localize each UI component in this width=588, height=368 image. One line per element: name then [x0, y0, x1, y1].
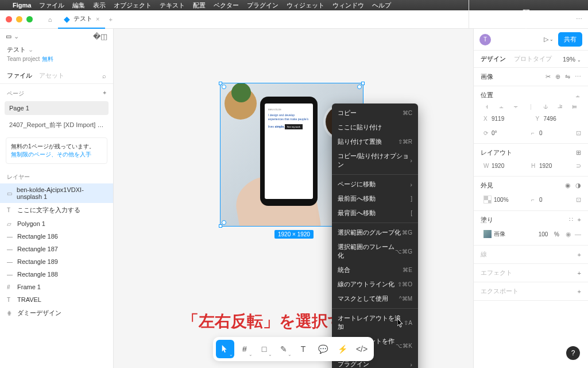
panel-toggle-icon[interactable]: �◫	[93, 32, 107, 41]
menu-edit[interactable]: 編集	[72, 1, 85, 10]
ctx-outline-stroke[interactable]: 線のアウトライン化⇧⌘O	[332, 277, 418, 292]
ctx-frame[interactable]: 選択範囲のフレーム化⌥⌘G	[332, 240, 418, 263]
blend-icon[interactable]: ◑	[575, 182, 581, 189]
corner-field[interactable]: ⌐0	[528, 128, 572, 139]
corner-options-icon[interactable]: ⊡	[576, 129, 581, 137]
layer-item[interactable]: ⋕ダミーデザイン	[0, 306, 113, 320]
menu-window[interactable]: ウィンドウ	[332, 1, 364, 10]
tab-asset[interactable]: アセット	[39, 71, 64, 80]
present-button[interactable]: ▷ ⌄	[544, 36, 554, 43]
add-fill-button[interactable]: +	[578, 216, 581, 224]
panel-menu-icon[interactable]: ▭	[6, 33, 11, 40]
project-name[interactable]: テスト	[7, 45, 26, 54]
align-options-icon[interactable]: ⫠	[575, 92, 581, 99]
ctx-flatten[interactable]: 統合⌘E	[332, 263, 418, 277]
menu-file[interactable]: ファイル	[39, 1, 64, 10]
menu-arrange[interactable]: 配置	[193, 1, 206, 10]
layer-item[interactable]: ▱Polygon 1	[0, 217, 113, 230]
target-icon[interactable]: ⊕	[555, 73, 560, 80]
new-tab-button[interactable]: +	[109, 16, 112, 23]
page-item[interactable]: Page 1	[5, 101, 109, 115]
avatar[interactable]: T	[479, 34, 491, 45]
x-field[interactable]: X9119	[481, 113, 529, 124]
traffic-lights[interactable]	[6, 16, 33, 22]
remove-fill-button[interactable]: —	[575, 231, 581, 237]
ctx-group[interactable]: 選択範囲のグループ化⌘G	[332, 225, 418, 240]
ctx-bring-front[interactable]: 最前面へ移動]	[332, 191, 418, 206]
chevron-down-icon[interactable]: ⌄	[14, 33, 19, 40]
dev-mode-toggle[interactable]: </>	[353, 340, 371, 358]
flip-icon[interactable]: ⇋	[565, 73, 570, 80]
ctx-copy[interactable]: コピー⌘C	[332, 106, 418, 120]
pen-tool[interactable]: ✎⌄	[274, 340, 293, 358]
canvas[interactable]: BEN KOLDEI design and develop experience…	[114, 29, 473, 368]
width-field[interactable]: W1920	[481, 160, 525, 171]
ctx-add-autolayout[interactable]: オートレイアウトを追加⇧A	[332, 311, 418, 334]
menu-object[interactable]: オブジェクト	[114, 1, 152, 10]
ctx-send-back[interactable]: 最背面へ移動[	[332, 206, 418, 220]
tab-prototype[interactable]: プロトタイプ	[514, 55, 552, 63]
home-tab[interactable]: ⌂	[42, 12, 58, 28]
add-page-button[interactable]: +	[103, 90, 106, 98]
fill-opacity[interactable]: 100 %	[536, 229, 562, 240]
opacity-field[interactable]: 100%	[481, 193, 525, 206]
frame-tool[interactable]: #⌄	[235, 340, 254, 358]
layer-item[interactable]: ▭ben-kolde-Ajcipx1VDXI-unsplash 1	[0, 183, 113, 203]
menu-plugin[interactable]: プラグイン	[247, 1, 278, 10]
move-tool[interactable]: ⌄	[216, 340, 234, 358]
menu-vector[interactable]: ベクター	[214, 1, 239, 10]
y-field[interactable]: Y7496	[533, 113, 582, 124]
menu-widget[interactable]: ウィジェット	[287, 1, 324, 10]
bluetooth-icon[interactable]: ⚭	[524, 0, 529, 3]
shape-tool[interactable]: □⌄	[255, 340, 273, 358]
page-item[interactable]: 2407_Report_前半 [XD Import] (30-Ju...	[5, 117, 109, 133]
search-icon[interactable]: ⌕	[102, 72, 106, 79]
layer-item[interactable]: —Rectangle 187	[0, 243, 113, 255]
tab-design[interactable]: デザイン	[481, 55, 506, 63]
wifi-icon[interactable]: ⏚	[524, 22, 528, 29]
corner-options-icon[interactable]: ⊡	[576, 196, 581, 204]
upgrade-link[interactable]: 無制限のページ、その他を入手	[11, 151, 91, 158]
actions-tool[interactable]: ⚡	[333, 340, 351, 358]
constrain-icon[interactable]: ⊃	[576, 162, 581, 170]
layer-item[interactable]: —Rectangle 189	[0, 255, 113, 268]
ctx-use-as-mask[interactable]: マスクとして使用^⌘M	[332, 292, 418, 306]
ctx-paste-replace[interactable]: 貼り付けて置換⇧⌘R	[332, 135, 418, 149]
height-field[interactable]: H1920	[528, 160, 572, 171]
rotation-field[interactable]: ⟳0°	[481, 128, 525, 139]
layer-item[interactable]: Tここに文字を入力する	[0, 203, 113, 217]
autolayout-icon[interactable]: ⊞	[576, 149, 581, 156]
battery-icon[interactable]: ⌧	[523, 9, 530, 16]
ctx-paste-here[interactable]: ここに貼り付け	[332, 120, 418, 135]
layer-item[interactable]: TTRAVEL	[0, 293, 113, 306]
close-icon[interactable]: ×	[96, 16, 99, 22]
chevron-down-icon[interactable]: ⌄	[28, 46, 33, 53]
add-export-button[interactable]: +	[578, 288, 581, 295]
file-tab[interactable]: ◆ テスト ×	[58, 10, 105, 29]
add-stroke-button[interactable]: +	[578, 251, 581, 258]
more-icon[interactable]: ⋯	[575, 73, 581, 80]
menu-view[interactable]: 表示	[93, 1, 106, 10]
crop-icon[interactable]: ✂	[546, 73, 551, 80]
ctx-copy-paste-options[interactable]: コピー/貼り付けオプション›	[332, 149, 418, 172]
menu-text[interactable]: テキスト	[160, 1, 185, 10]
overflow-icon[interactable]: ⋯	[576, 16, 582, 23]
zoom-level[interactable]: 19% ⌄	[563, 56, 581, 63]
help-button[interactable]: ?	[566, 346, 580, 360]
layer-item[interactable]: —Rectangle 188	[0, 268, 113, 281]
menu-help[interactable]: ヘルプ	[372, 1, 391, 10]
app-name[interactable]: Figma	[13, 2, 31, 9]
fill-type[interactable]: 画像	[481, 228, 508, 240]
add-effect-button[interactable]: +	[578, 270, 581, 277]
free-badge[interactable]: 無料	[42, 56, 53, 62]
layer-item[interactable]: #Frame 1	[0, 281, 113, 293]
ctx-move-to-page[interactable]: ページに移動›	[332, 177, 418, 191]
comment-tool[interactable]: 💬	[314, 340, 332, 358]
tab-file[interactable]: ファイル	[7, 71, 32, 80]
share-button[interactable]: 共有	[558, 32, 582, 47]
style-icon[interactable]: ∷	[569, 216, 573, 224]
layer-item[interactable]: —Rectangle 186	[0, 230, 113, 243]
text-tool[interactable]: T	[294, 340, 312, 358]
visibility-icon[interactable]: ◉	[565, 182, 571, 189]
corner2-field[interactable]: ⌐0	[528, 194, 572, 205]
